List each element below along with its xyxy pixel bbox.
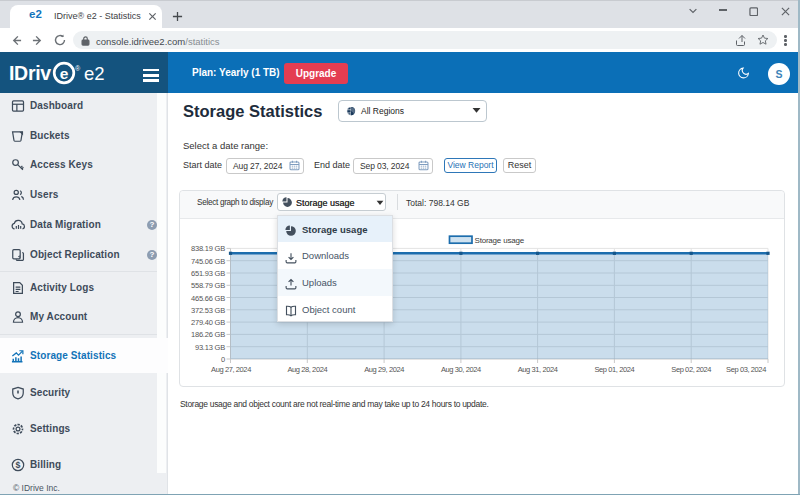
svg-text:e: e bbox=[60, 65, 69, 82]
svg-text:Sep 02, 2024: Sep 02, 2024 bbox=[671, 365, 711, 374]
svg-text:372.53 GB: 372.53 GB bbox=[191, 306, 225, 315]
svg-text:Aug 31, 2024: Aug 31, 2024 bbox=[518, 365, 558, 374]
svg-text:279.40 GB: 279.40 GB bbox=[191, 318, 225, 327]
svg-text:465.66 GB: 465.66 GB bbox=[191, 294, 225, 303]
svg-text:558.79 GB: 558.79 GB bbox=[191, 281, 225, 290]
svg-text:Sep 03, 2024: Sep 03, 2024 bbox=[726, 365, 766, 374]
svg-text:Aug 27, 2024: Aug 27, 2024 bbox=[211, 365, 251, 374]
svg-text:651.93 GB: 651.93 GB bbox=[191, 269, 225, 278]
svg-text:Aug 30, 2024: Aug 30, 2024 bbox=[441, 365, 481, 374]
svg-text:93.13 GB: 93.13 GB bbox=[195, 343, 225, 352]
svg-text:Sep 01, 2024: Sep 01, 2024 bbox=[594, 365, 634, 374]
svg-text:Aug 29, 2024: Aug 29, 2024 bbox=[364, 365, 404, 374]
svg-text:Aug 28, 2024: Aug 28, 2024 bbox=[287, 365, 327, 374]
svg-text:Storage usage: Storage usage bbox=[475, 236, 525, 245]
svg-text:186.26 GB: 186.26 GB bbox=[191, 330, 225, 339]
svg-text:745.06 GB: 745.06 GB bbox=[191, 257, 225, 266]
svg-text:0: 0 bbox=[221, 355, 225, 364]
svg-text:$: $ bbox=[16, 460, 21, 470]
svg-text:838.19 GB: 838.19 GB bbox=[191, 244, 225, 253]
